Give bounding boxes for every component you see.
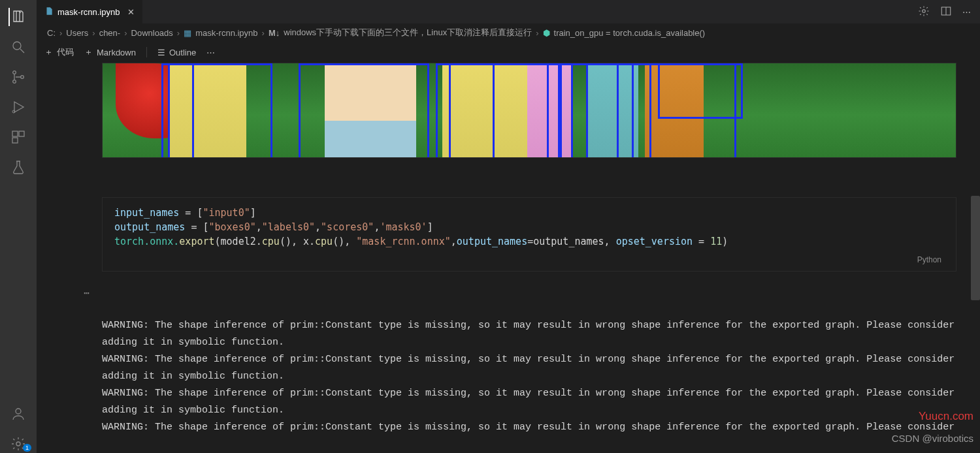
svg-point-3 <box>21 76 24 79</box>
tab-filename: mask-rcnn.ipynb <box>57 7 120 17</box>
outline-button[interactable]: ☰Outline <box>157 48 196 57</box>
list-icon: ☰ <box>157 48 165 57</box>
bc-part[interactable]: chen- <box>99 28 121 38</box>
bc-part[interactable]: Downloads <box>131 28 173 38</box>
output-line: WARNING: The shape inference of prim::Co… <box>102 422 955 433</box>
breadcrumb[interactable]: C:› Users› chen-› Downloads› ▦ mask-rcnn… <box>37 23 980 42</box>
explorer-icon[interactable] <box>8 8 27 26</box>
scrollbar-thumb[interactable] <box>971 196 980 300</box>
testing-icon[interactable] <box>9 158 27 176</box>
divider <box>146 47 147 57</box>
outline-label: Outline <box>169 48 196 57</box>
svg-point-10 <box>923 9 926 12</box>
add-markdown-button[interactable]: ＋Markdown <box>84 46 136 58</box>
add-markdown-label: Markdown <box>97 48 136 57</box>
svg-rect-6 <box>19 131 24 136</box>
svg-rect-7 <box>12 138 18 143</box>
python-symbol-icon: ⬢ <box>543 28 550 38</box>
bc-part[interactable]: Users <box>66 28 88 38</box>
notebook-file-icon: ▦ <box>184 28 191 38</box>
notebook-file-icon <box>44 7 54 18</box>
output-line: WARNING: The shape inference of prim::Co… <box>102 320 960 348</box>
activity-bar: 1 <box>0 0 37 453</box>
source-control-icon[interactable] <box>9 68 27 86</box>
tab-bar: mask-rcnn.ipynb ✕ ⋯ <box>37 0 980 23</box>
search-icon[interactable] <box>9 38 27 56</box>
editor-tab[interactable]: mask-rcnn.ipynb ✕ <box>37 0 143 23</box>
extensions-icon[interactable] <box>9 128 27 146</box>
svg-point-2 <box>13 80 16 84</box>
code-content[interactable]: input_names = ["input0"] output_names = … <box>114 206 944 249</box>
output-line: WARNING: The shape inference of prim::Co… <box>102 388 960 416</box>
editor-main: mask-rcnn.ipynb ✕ ⋯ C:› Users› chen-› Do… <box>37 0 980 453</box>
cell-language-label[interactable]: Python <box>114 249 944 268</box>
close-icon[interactable]: ✕ <box>127 7 135 17</box>
toolbar-more-icon[interactable]: ⋯ <box>206 48 216 57</box>
add-code-button[interactable]: ＋代码 <box>44 46 74 58</box>
settings-badge: 1 <box>23 444 31 452</box>
bc-file[interactable]: mask-rcnn.ipynb <box>195 28 257 38</box>
watermark-author: CSDN @virobotics <box>892 433 973 444</box>
bc-part[interactable]: C: <box>47 28 56 38</box>
account-icon[interactable] <box>9 405 27 423</box>
svg-point-9 <box>16 442 20 446</box>
cell-output-image <box>102 63 956 158</box>
cell-output-text: ⋯ WARNING: The shape inference of prim::… <box>102 283 956 453</box>
output-line: WARNING: The shape inference of prim::Co… <box>102 354 960 382</box>
run-debug-icon[interactable] <box>9 98 27 116</box>
bc-symbol[interactable]: train_on_gpu = torch.cuda.is_available() <box>554 28 706 38</box>
gear-icon[interactable] <box>918 5 930 19</box>
watermark-site: Yuucn.com <box>919 410 973 423</box>
plus-icon: ＋ <box>44 46 53 58</box>
notebook-content: input_names = ["input0"] output_names = … <box>37 63 980 453</box>
bc-section[interactable]: windows下手动下载下面的三个文件，Linux下取消注释后直接运行 <box>284 27 532 39</box>
notebook-toolbar: ＋代码 ＋Markdown ☰Outline ⋯ <box>37 42 980 63</box>
svg-rect-5 <box>12 131 18 136</box>
cell-collapse-icon[interactable]: ⋯ <box>84 286 90 303</box>
split-editor-icon[interactable] <box>940 5 952 19</box>
plus-icon: ＋ <box>84 46 93 58</box>
svg-point-8 <box>16 409 21 414</box>
more-icon[interactable]: ⋯ <box>962 7 971 17</box>
markdown-icon: M↓ <box>269 28 280 38</box>
code-cell[interactable]: input_names = ["input0"] output_names = … <box>102 197 956 272</box>
svg-point-1 <box>13 71 16 74</box>
add-code-label: 代码 <box>57 46 74 58</box>
svg-point-0 <box>13 42 21 50</box>
